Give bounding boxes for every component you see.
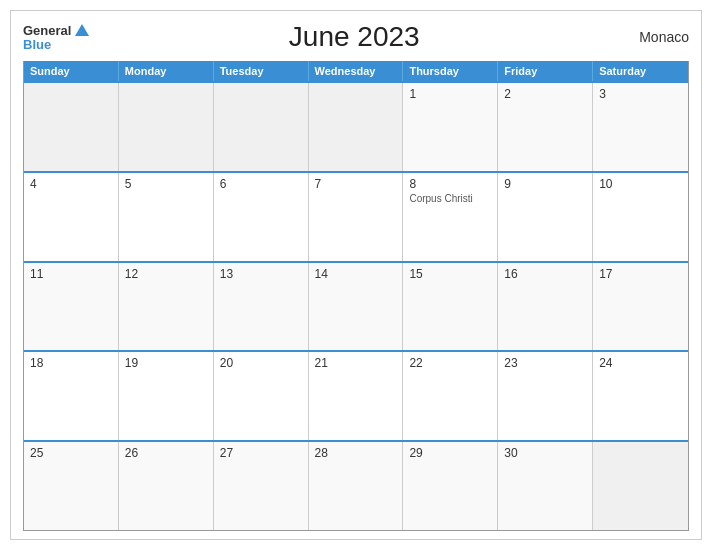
day-number: 7 [315, 177, 397, 191]
day-number: 15 [409, 267, 491, 281]
day-number: 12 [125, 267, 207, 281]
day-cell: 27 [214, 442, 309, 530]
day-cell: 30 [498, 442, 593, 530]
day-cell: 25 [24, 442, 119, 530]
day-number: 1 [409, 87, 491, 101]
day-number: 19 [125, 356, 207, 370]
day-number: 21 [315, 356, 397, 370]
week-row-5: 252627282930 [24, 440, 688, 530]
day-number: 8 [409, 177, 491, 191]
day-number: 22 [409, 356, 491, 370]
day-cell: 13 [214, 263, 309, 351]
day-cell: 7 [309, 173, 404, 261]
day-cell: 6 [214, 173, 309, 261]
day-cell: 17 [593, 263, 688, 351]
day-number: 13 [220, 267, 302, 281]
weeks-container: 12345678Corpus Christi910111213141516171… [24, 81, 688, 530]
day-number: 2 [504, 87, 586, 101]
logo-triangle-icon [75, 24, 89, 36]
day-number: 23 [504, 356, 586, 370]
day-cell: 16 [498, 263, 593, 351]
day-header-friday: Friday [498, 61, 593, 81]
holiday-name: Corpus Christi [409, 193, 491, 204]
day-number: 30 [504, 446, 586, 460]
day-cell: 10 [593, 173, 688, 261]
day-number: 6 [220, 177, 302, 191]
day-cell: 3 [593, 83, 688, 171]
day-headers-row: SundayMondayTuesdayWednesdayThursdayFrid… [24, 61, 688, 81]
day-number: 25 [30, 446, 112, 460]
day-cell: 15 [403, 263, 498, 351]
week-row-2: 45678Corpus Christi910 [24, 171, 688, 261]
week-row-4: 18192021222324 [24, 350, 688, 440]
day-cell [119, 83, 214, 171]
day-cell: 12 [119, 263, 214, 351]
day-cell: 11 [24, 263, 119, 351]
week-row-1: 123 [24, 81, 688, 171]
country-label: Monaco [619, 29, 689, 45]
day-cell: 5 [119, 173, 214, 261]
day-number: 28 [315, 446, 397, 460]
day-number: 18 [30, 356, 112, 370]
day-cell: 18 [24, 352, 119, 440]
day-number: 17 [599, 267, 682, 281]
day-number: 16 [504, 267, 586, 281]
day-cell [593, 442, 688, 530]
day-cell: 24 [593, 352, 688, 440]
day-cell: 2 [498, 83, 593, 171]
day-cell: 20 [214, 352, 309, 440]
day-cell: 1 [403, 83, 498, 171]
day-number: 26 [125, 446, 207, 460]
day-header-tuesday: Tuesday [214, 61, 309, 81]
day-number: 5 [125, 177, 207, 191]
day-number: 27 [220, 446, 302, 460]
day-header-thursday: Thursday [403, 61, 498, 81]
day-cell: 29 [403, 442, 498, 530]
day-number: 20 [220, 356, 302, 370]
calendar-grid: SundayMondayTuesdayWednesdayThursdayFrid… [23, 61, 689, 531]
day-cell [214, 83, 309, 171]
day-header-monday: Monday [119, 61, 214, 81]
day-cell [24, 83, 119, 171]
day-cell: 9 [498, 173, 593, 261]
day-cell: 4 [24, 173, 119, 261]
calendar-title: June 2023 [89, 21, 619, 53]
day-number: 11 [30, 267, 112, 281]
day-header-wednesday: Wednesday [309, 61, 404, 81]
day-header-sunday: Sunday [24, 61, 119, 81]
day-cell: 28 [309, 442, 404, 530]
day-number: 3 [599, 87, 682, 101]
day-cell: 23 [498, 352, 593, 440]
day-cell [309, 83, 404, 171]
day-number: 10 [599, 177, 682, 191]
day-cell: 21 [309, 352, 404, 440]
logo: General Blue [23, 24, 89, 51]
day-number: 29 [409, 446, 491, 460]
day-header-saturday: Saturday [593, 61, 688, 81]
week-row-3: 11121314151617 [24, 261, 688, 351]
calendar: General Blue June 2023 Monaco SundayMond… [10, 10, 702, 540]
day-cell: 8Corpus Christi [403, 173, 498, 261]
day-number: 4 [30, 177, 112, 191]
day-number: 9 [504, 177, 586, 191]
day-cell: 22 [403, 352, 498, 440]
day-number: 24 [599, 356, 682, 370]
logo-blue-text: Blue [23, 38, 51, 51]
logo-general-text: General [23, 24, 71, 37]
calendar-header: General Blue June 2023 Monaco [23, 21, 689, 53]
day-number: 14 [315, 267, 397, 281]
day-cell: 19 [119, 352, 214, 440]
day-cell: 14 [309, 263, 404, 351]
day-cell: 26 [119, 442, 214, 530]
